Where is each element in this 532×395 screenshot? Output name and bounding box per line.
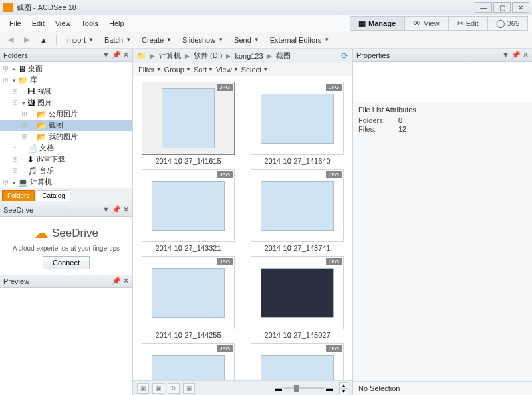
- center-pane: 📁 ▶ 计算机 ▶ 软件 (D:) ▶ kong123 ▶ 截图 ⟳ Filte…: [133, 49, 352, 395]
- mode-365[interactable]: ◯365: [487, 16, 528, 31]
- tree-item[interactable]: ⛨📄文档: [0, 142, 132, 154]
- external-label: External Editors: [270, 36, 322, 44]
- tab-catalog[interactable]: Catalog: [37, 190, 70, 201]
- create-button[interactable]: Create▼: [138, 34, 176, 46]
- nav-forward-button[interactable]: ▶: [20, 33, 33, 46]
- minimize-button[interactable]: —: [475, 2, 492, 13]
- tree-item[interactable]: ⛨📂截图: [0, 120, 132, 131]
- close-button[interactable]: ✕: [512, 2, 529, 13]
- menu-file[interactable]: File: [4, 17, 27, 29]
- chevron-down-icon: ▼: [166, 37, 172, 43]
- mode-view[interactable]: 👁View: [404, 16, 448, 31]
- scissors-icon: ✂: [457, 19, 464, 28]
- mode-manage[interactable]: ▦Manage: [350, 16, 404, 31]
- sb-btn-2[interactable]: ▣: [152, 383, 164, 394]
- thumbnail-item[interactable]: JPG2014-10-27_143321: [138, 169, 238, 252]
- maximize-button[interactable]: ▢: [493, 2, 511, 13]
- panel-pin-icon[interactable]: 📌: [511, 51, 521, 59]
- main-area: Folders ▼ 📌 ✕ ⛨▸🖥桌面⛨▾📁库⛨🎞视频⛨▾🖼图片⛨📂公用图片⛨📂…: [0, 49, 532, 395]
- thumbnail-item[interactable]: JPG2014-10-27_144255: [138, 256, 238, 339]
- menu-tools[interactable]: Tools: [76, 17, 104, 29]
- panel-dropdown-icon[interactable]: ▼: [502, 51, 509, 59]
- zoom-slider[interactable]: ▬ ▬: [275, 384, 333, 392]
- tree-item[interactable]: ⛨▸🖥桌面: [0, 63, 132, 74]
- thumbnail-item[interactable]: JPG2014-10-27_143741: [247, 169, 347, 252]
- thumbnail-name[interactable]: 2014-10-27_141640: [264, 157, 330, 165]
- tab-folders[interactable]: Folders: [2, 190, 35, 201]
- batch-button[interactable]: Batch▼: [100, 34, 135, 46]
- window-controls: — ▢ ✕: [475, 2, 529, 13]
- slideshow-button[interactable]: Slideshow▼: [178, 34, 227, 46]
- circle-icon: ◯: [496, 19, 505, 28]
- thumbnail-name[interactable]: 2014-10-27_143741: [264, 244, 330, 252]
- mode-365-label: 365: [507, 19, 519, 27]
- sb-btn-4[interactable]: ▣: [183, 383, 195, 394]
- breadcrumb-segment[interactable]: kong123: [235, 52, 263, 60]
- import-button[interactable]: Import▼: [61, 34, 98, 46]
- select-dropdown[interactable]: Select▼: [241, 66, 269, 74]
- folders-panel-header: Folders ▼ 📌 ✕: [0, 49, 132, 62]
- sort-dropdown[interactable]: Sort▼: [194, 66, 213, 74]
- tree-item[interactable]: ⛨🎵音乐: [0, 165, 132, 176]
- menu-view[interactable]: View: [50, 17, 76, 29]
- panel-dropdown-icon[interactable]: ▼: [102, 51, 110, 59]
- chevron-down-icon: ▼: [254, 37, 259, 43]
- tree-item[interactable]: ⛨🎞视频: [0, 86, 132, 97]
- chevron-down-icon: ▼: [324, 37, 329, 43]
- thumbnail-item[interactable]: JPG2014-10-27_141640: [247, 82, 347, 165]
- thumbnail-name[interactable]: 2014-10-27_143321: [155, 244, 221, 252]
- no-selection-label: No Selection: [353, 381, 532, 395]
- zoom-in-icon[interactable]: ▬: [326, 384, 333, 392]
- panel-dropdown-icon[interactable]: ▼: [102, 205, 110, 214]
- thumbnail-name[interactable]: 2014-10-27_141615: [155, 157, 221, 165]
- preview-panel-header: Preview 📌 ✕: [0, 275, 132, 288]
- panel-close-icon[interactable]: ✕: [523, 51, 529, 59]
- import-label: Import: [65, 36, 86, 44]
- tree-item[interactable]: ⛨⬇迅雷下载: [0, 154, 132, 165]
- thumbnail-grid[interactable]: JPG2014-10-27_141615JPG2014-10-27_141640…: [133, 76, 352, 380]
- group-dropdown[interactable]: Group▼: [164, 66, 191, 74]
- mode-edit[interactable]: ✂Edit: [448, 16, 487, 31]
- zoom-out-icon[interactable]: ▬: [275, 384, 282, 392]
- nav-up-button[interactable]: ▲: [36, 34, 51, 46]
- thumbnail-item[interactable]: JPG: [138, 343, 238, 380]
- panel-close-icon[interactable]: ✕: [123, 277, 129, 285]
- file-list-attributes: File List Attributes Folders:0 Files:12: [353, 102, 532, 138]
- tree-item[interactable]: ⛨▾📁库: [0, 74, 132, 86]
- thumbnail-name[interactable]: 2014-10-27_145027: [264, 331, 330, 339]
- breadcrumb-segment[interactable]: 计算机: [159, 51, 181, 61]
- format-badge: JPG: [217, 84, 233, 91]
- breadcrumb-segment[interactable]: 软件 (D:): [194, 51, 222, 61]
- sb-btn-3[interactable]: ↻: [168, 383, 180, 394]
- tree-item[interactable]: ⛨📂公用图片: [0, 108, 132, 120]
- breadcrumb-segment[interactable]: 截图: [276, 51, 291, 61]
- send-button[interactable]: Send▼: [230, 34, 263, 46]
- menu-help[interactable]: Help: [104, 17, 130, 29]
- refresh-icon[interactable]: ⟳: [341, 51, 348, 61]
- properties-body: [353, 62, 532, 102]
- thumbnail-name[interactable]: 2014-10-27_144255: [155, 331, 221, 339]
- sb-btn-1[interactable]: ▣: [137, 383, 149, 394]
- thumbnail-item[interactable]: JPG2014-10-27_145027: [247, 256, 347, 339]
- panel-close-icon[interactable]: ✕: [123, 51, 129, 59]
- panel-close-icon[interactable]: ✕: [123, 205, 129, 214]
- thumbnail-item[interactable]: JPG: [247, 343, 347, 380]
- nav-back-button[interactable]: ◀: [4, 33, 17, 46]
- external-editors-button[interactable]: External Editors▼: [266, 34, 334, 46]
- menu-edit[interactable]: Edit: [27, 17, 50, 29]
- window-title: 截图 - ACDSee 18: [17, 3, 76, 13]
- zoom-stepper[interactable]: ▲▼: [339, 382, 348, 394]
- connect-button[interactable]: Connect: [43, 256, 90, 269]
- panel-pin-icon[interactable]: 📌: [112, 205, 121, 214]
- seedrive-tagline: A cloud experience at your fingertips: [4, 245, 128, 252]
- tree-item[interactable]: ⛨📂我的图片: [0, 131, 132, 142]
- tree-item[interactable]: ⛨▸💻计算机: [0, 176, 132, 188]
- panel-pin-icon[interactable]: 📌: [112, 277, 121, 285]
- folder-tree[interactable]: ⛨▸🖥桌面⛨▾📁库⛨🎞视频⛨▾🖼图片⛨📂公用图片⛨📂截图⛨📂我的图片⛨📄文档⛨⬇…: [0, 62, 132, 188]
- tree-item[interactable]: ⛨▾🖼图片: [0, 97, 132, 108]
- panel-pin-icon[interactable]: 📌: [112, 51, 121, 59]
- filter-dropdown[interactable]: Filter▼: [138, 66, 161, 74]
- view-dropdown[interactable]: View▼: [216, 66, 239, 74]
- files-label: Files:: [358, 125, 398, 133]
- thumbnail-item[interactable]: JPG2014-10-27_141615: [138, 82, 238, 165]
